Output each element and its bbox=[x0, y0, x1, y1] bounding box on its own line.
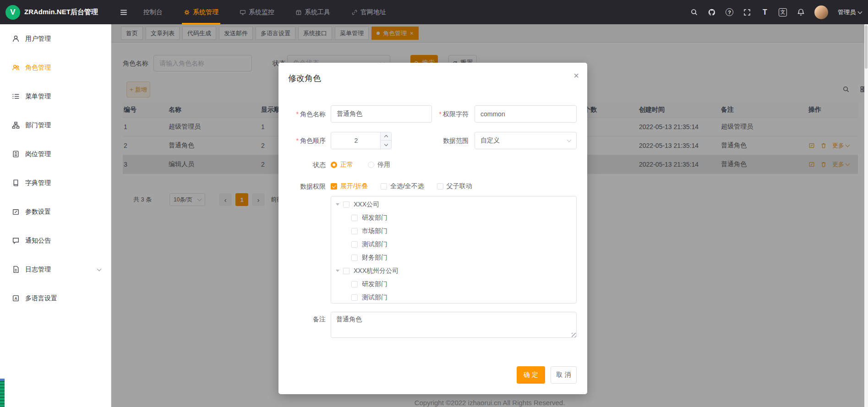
caret-down-icon[interactable] bbox=[336, 270, 339, 272]
edit-role-dialog: 修改角色 × *角色名称 *权限字符 *角色顺序 2 数据范围 自定义 状态 正… bbox=[278, 63, 587, 394]
svg-text:A: A bbox=[14, 296, 17, 301]
close-icon[interactable]: × bbox=[573, 71, 579, 80]
perm-char-field[interactable] bbox=[475, 105, 577, 123]
sidebar-item-parameters[interactable]: 参数设置 bbox=[0, 197, 111, 226]
sidebar-item-label: 岗位管理 bbox=[25, 150, 51, 158]
checkbox-icon bbox=[381, 183, 387, 190]
sidebar-item-departments[interactable]: 部门管理 bbox=[0, 111, 111, 140]
nav-label: 系统管理 bbox=[193, 8, 218, 16]
sidebar-item-label: 多语言设置 bbox=[25, 294, 57, 303]
decrease-button[interactable] bbox=[381, 141, 391, 149]
nav-item-system-tools[interactable]: 系统工具 bbox=[294, 0, 332, 24]
nav-item-website[interactable]: 官网地址 bbox=[349, 0, 388, 24]
font-size-icon[interactable]: T bbox=[761, 8, 769, 16]
translate-icon: A bbox=[12, 294, 20, 302]
sidebar-item-dictionary[interactable]: 字典管理 bbox=[0, 168, 111, 197]
user-menu[interactable]: 管理员 bbox=[838, 8, 862, 16]
caret-down-icon[interactable] bbox=[336, 203, 339, 206]
top-header: V ZRAdmin.NET后台管理 控制台 系统管理 系统监控 bbox=[0, 0, 868, 24]
tree-node[interactable]: XXX公司 bbox=[331, 198, 576, 211]
nav-item-system-admin[interactable]: 系统管理 bbox=[182, 0, 220, 24]
remark-textarea[interactable]: 普通角色 bbox=[331, 312, 577, 338]
bell-icon[interactable] bbox=[797, 8, 805, 16]
radio-icon bbox=[368, 162, 374, 168]
parent-child-link-checkbox[interactable]: 父子联动 bbox=[437, 182, 472, 190]
radio-label: 正常 bbox=[340, 161, 353, 169]
nav-item-console[interactable]: 控制台 bbox=[142, 0, 164, 24]
tree-node[interactable]: 测试部门 bbox=[331, 238, 576, 251]
header-actions: ? T 文 管理员 bbox=[690, 5, 868, 19]
nav-label: 控制台 bbox=[143, 8, 163, 16]
sidebar-item-label: 日志管理 bbox=[25, 266, 51, 274]
org-tree-icon bbox=[12, 121, 20, 129]
toolbox-icon bbox=[295, 9, 302, 16]
chevron-down-icon bbox=[384, 142, 388, 146]
github-icon[interactable] bbox=[708, 8, 716, 16]
search-icon[interactable] bbox=[690, 8, 698, 16]
checkbox-icon[interactable] bbox=[351, 228, 358, 234]
tree-node[interactable]: 研发部门 bbox=[331, 277, 576, 291]
role-name-field[interactable] bbox=[331, 105, 432, 123]
role-order-value: 2 bbox=[331, 132, 381, 149]
sidebar-item-menus[interactable]: 菜单管理 bbox=[0, 82, 111, 111]
radio-normal[interactable]: 正常 bbox=[331, 161, 353, 169]
scrollbar-thumb[interactable] bbox=[865, 25, 868, 69]
avatar[interactable] bbox=[814, 5, 828, 19]
increase-button[interactable] bbox=[381, 132, 391, 141]
help-icon[interactable]: ? bbox=[726, 8, 733, 16]
chevron-down-icon bbox=[97, 266, 102, 271]
hamburger-icon[interactable] bbox=[120, 8, 128, 16]
required-mark: * bbox=[439, 110, 442, 118]
cancel-button[interactable]: 取 消 bbox=[551, 366, 577, 384]
scrollbar bbox=[864, 24, 868, 407]
badge-icon bbox=[12, 150, 20, 158]
sidebar: 用户管理 角色管理 菜单管理 部门管理 岗位管理 字典管理 参数设置 通知公告 bbox=[0, 24, 111, 407]
data-perm-label: 数据权限 bbox=[286, 178, 326, 195]
link-icon bbox=[351, 9, 358, 16]
checkbox-icon[interactable] bbox=[351, 294, 358, 301]
tree-node[interactable]: 市场部门 bbox=[331, 224, 576, 238]
menu-list-icon bbox=[12, 92, 20, 100]
role-order-label: *角色顺序 bbox=[286, 132, 326, 149]
language-icon[interactable]: 文 bbox=[779, 8, 787, 16]
user-name: 管理员 bbox=[838, 8, 856, 16]
checkbox-icon[interactable] bbox=[351, 255, 358, 261]
data-scope-value: 自定义 bbox=[480, 136, 500, 145]
confirm-button[interactable]: 确 定 bbox=[517, 366, 545, 384]
logo-letter: V bbox=[10, 8, 15, 17]
sidebar-item-i18n[interactable]: A 多语言设置 bbox=[0, 284, 111, 313]
sidebar-item-label: 通知公告 bbox=[25, 237, 51, 245]
tree-node[interactable]: 财务部门 bbox=[331, 251, 576, 264]
role-name-label: *角色名称 bbox=[286, 105, 326, 123]
tree-node-label: XXX杭州分公司 bbox=[354, 267, 399, 275]
checkbox-icon[interactable] bbox=[351, 215, 358, 221]
perm-toggle-group: 展开/折叠 全选/全不选 父子联动 bbox=[331, 180, 472, 193]
fullscreen-icon[interactable] bbox=[743, 8, 751, 16]
checkbox-icon bbox=[331, 183, 337, 190]
tree-node[interactable]: 研发部门 bbox=[331, 211, 576, 224]
checkbox-icon[interactable] bbox=[351, 241, 358, 248]
tree-node-label: 测试部门 bbox=[362, 293, 388, 302]
tree-node[interactable]: 测试部门 bbox=[331, 291, 576, 304]
sidebar-item-label: 部门管理 bbox=[25, 121, 51, 130]
sidebar-item-logs[interactable]: 日志管理 bbox=[0, 255, 111, 284]
sidebar-item-notices[interactable]: 通知公告 bbox=[0, 226, 111, 255]
tree-node-label: 市场部门 bbox=[362, 227, 388, 235]
sidebar-item-users[interactable]: 用户管理 bbox=[0, 24, 111, 53]
checkbox-icon[interactable] bbox=[343, 201, 349, 208]
radio-disabled[interactable]: 停用 bbox=[368, 161, 390, 169]
nav-label: 官网地址 bbox=[360, 8, 386, 16]
expand-collapse-checkbox[interactable]: 展开/折叠 bbox=[331, 182, 368, 190]
tree-node[interactable]: XXX杭州分公司 bbox=[331, 264, 576, 277]
role-order-stepper[interactable]: 2 bbox=[331, 132, 392, 149]
sidebar-item-label: 字典管理 bbox=[25, 179, 51, 187]
data-scope-select[interactable]: 自定义 bbox=[475, 132, 577, 149]
sidebar-item-roles[interactable]: 角色管理 bbox=[0, 53, 111, 82]
roles-icon bbox=[12, 64, 20, 71]
select-all-checkbox[interactable]: 全选/全不选 bbox=[381, 182, 424, 190]
checkbox-icon[interactable] bbox=[343, 268, 349, 274]
nav-item-system-monitor[interactable]: 系统监控 bbox=[238, 0, 276, 24]
sidebar-item-posts[interactable]: 岗位管理 bbox=[0, 140, 111, 168]
checkbox-icon[interactable] bbox=[351, 281, 358, 288]
top-nav: 控制台 系统管理 系统监控 系统工具 bbox=[142, 0, 405, 24]
